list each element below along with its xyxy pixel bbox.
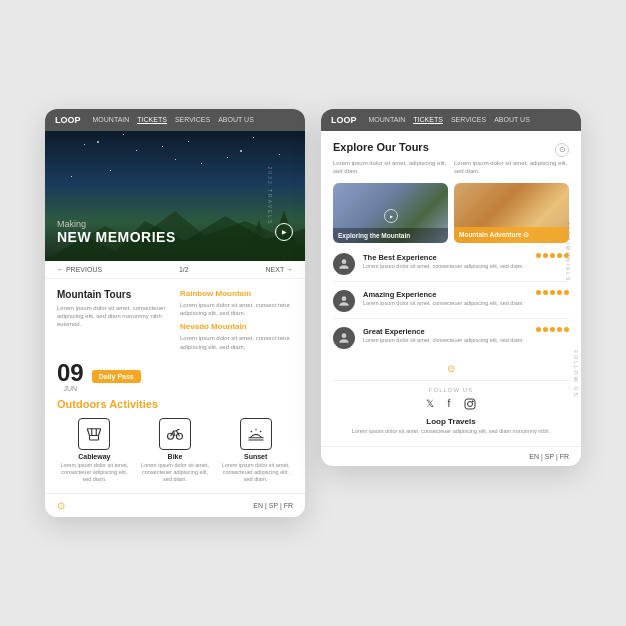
star-3-1 bbox=[536, 327, 541, 332]
bike-svg bbox=[166, 425, 184, 443]
cableway-desc: Lorem ipsum dolor sit amet, consecteuer … bbox=[57, 462, 132, 483]
right-footer: EN | SP | FR bbox=[321, 446, 581, 466]
testimonial-text-1: The Best Experience Lorem ipsum dolor si… bbox=[363, 253, 528, 270]
sunset-icon bbox=[240, 418, 272, 450]
right-nav-mountain[interactable]: MOUNTAIN bbox=[369, 116, 406, 123]
next-button[interactable]: NEXT → bbox=[265, 266, 293, 273]
cableway-svg bbox=[85, 425, 103, 443]
avatar-2 bbox=[333, 290, 355, 312]
activity-sunset: Sunset Lorem ipsum dolor sit amet, conse… bbox=[218, 418, 293, 483]
rainbow-desc: Lorem ipsum dolor sit amet, consect tetu… bbox=[180, 301, 293, 318]
avatar-1 bbox=[333, 253, 355, 275]
page-count: 1/2 bbox=[179, 266, 189, 273]
left-nav: LOOP MOUNTAIN TICKETS SERVICES ABOUT US bbox=[45, 109, 305, 131]
date-number: 09 bbox=[57, 361, 84, 385]
explore-info-left: Lorem ipsum dolor sit amet, adipiscing e… bbox=[333, 159, 448, 176]
outdoors-out: Out bbox=[57, 398, 76, 410]
svg-line-14 bbox=[260, 431, 261, 432]
card-mountain-label: Exploring the Mountain bbox=[333, 228, 448, 243]
right-nav-tickets[interactable]: TICKETS bbox=[413, 116, 443, 124]
right-nav-services[interactable]: SERVICES bbox=[451, 116, 486, 123]
date-block: 09 JUN bbox=[57, 361, 84, 392]
daily-pass-badge[interactable]: Daily Pass bbox=[92, 370, 141, 383]
star-1-2 bbox=[543, 253, 548, 258]
nevado-mountain-link[interactable]: Nevado Mountain bbox=[180, 322, 293, 331]
footer-location-icon: ⊙ bbox=[57, 500, 65, 511]
right-phone-wrapper: LOOP MOUNTAIN TICKETS SERVICES ABOUT US … bbox=[321, 109, 581, 518]
prev-button[interactable]: ← PREVIOUS bbox=[57, 266, 102, 273]
facebook-icon[interactable]: f bbox=[448, 398, 451, 412]
svg-line-13 bbox=[250, 431, 251, 432]
bike-icon bbox=[159, 418, 191, 450]
right-content: Explore Our Tours ⊙ Lorem ipsum dolor si… bbox=[321, 131, 581, 446]
nevado-desc: Lorem ipsum dolor sit amet, consect tetu… bbox=[180, 334, 293, 351]
testimonial-2: Amazing Experience Lorem ipsum dolor sit… bbox=[333, 290, 569, 319]
left-nav-logo: LOOP bbox=[55, 115, 81, 125]
star-3-5 bbox=[564, 327, 569, 332]
left-footer-lang[interactable]: EN | SP | FR bbox=[253, 502, 293, 509]
bike-name: Bike bbox=[168, 453, 183, 460]
testimonial-name-1: The Best Experience bbox=[363, 253, 528, 262]
explore-info-row: Lorem ipsum dolor sit amet, adipiscing e… bbox=[333, 159, 569, 176]
testimonials-vertical-label: TESTIMONIALS bbox=[566, 221, 572, 282]
date-badge-row: 09 JUN Daily Pass bbox=[57, 361, 293, 392]
right-phone: LOOP MOUNTAIN TICKETS SERVICES ABOUT US … bbox=[321, 109, 581, 466]
star-2-3 bbox=[550, 290, 555, 295]
testimonial-desc-3: Lorem ipsum dolor sit amet, consecteuer … bbox=[363, 337, 528, 344]
info-icon[interactable]: ⊙ bbox=[555, 143, 569, 157]
testimonials-section: The Best Experience Lorem ipsum dolor si… bbox=[333, 253, 569, 355]
svg-point-17 bbox=[342, 260, 347, 265]
star-1-4 bbox=[557, 253, 562, 258]
star-2-5 bbox=[564, 290, 569, 295]
testimonial-desc-1: Lorem ipsum dolor sit amet, consecteuer … bbox=[363, 263, 528, 270]
stars-1 bbox=[536, 253, 569, 258]
app-container: LOOP MOUNTAIN TICKETS SERVICES ABOUT US bbox=[25, 89, 601, 538]
right-nav-about[interactable]: ABOUT US bbox=[494, 116, 530, 123]
bike-desc: Lorem ipsum dolor sit amet, consecteuer … bbox=[138, 462, 213, 483]
left-nav-about[interactable]: ABOUT US bbox=[218, 116, 254, 123]
instagram-icon[interactable] bbox=[464, 398, 476, 412]
left-nav-services[interactable]: SERVICES bbox=[175, 116, 210, 123]
card-mountain-play[interactable] bbox=[384, 209, 398, 223]
testimonial-desc-2: Lorem ipsum dolor sit amet, consecteuer … bbox=[363, 300, 528, 307]
testimonial-1: The Best Experience Lorem ipsum dolor si… bbox=[333, 253, 569, 282]
hero-play-button[interactable] bbox=[275, 223, 293, 241]
explore-desc-left: Lorem ipsum dolor sit amet, adipiscing e… bbox=[333, 159, 448, 176]
testimonial-name-3: Great Experience bbox=[363, 327, 528, 336]
hero-title: NEW MEMORIES bbox=[57, 229, 176, 245]
left-nav-mountain[interactable]: MOUNTAIN bbox=[93, 116, 130, 123]
svg-line-10 bbox=[177, 430, 179, 432]
rainbow-mountain-link[interactable]: Rainbow Mountain bbox=[180, 289, 293, 298]
cableway-name: Cableway bbox=[78, 453, 110, 460]
sunset-name: Sunset bbox=[244, 453, 267, 460]
left-nav-tickets[interactable]: TICKETS bbox=[137, 116, 167, 124]
tour-card-mountain[interactable]: Exploring the Mountain bbox=[333, 183, 448, 243]
activities-row: Cableway Lorem ipsum dolor sit amet, con… bbox=[57, 418, 293, 483]
down-arrow: ⊙ bbox=[333, 363, 569, 374]
left-footer: ⊙ EN | SP | FR bbox=[45, 493, 305, 517]
star-1-3 bbox=[550, 253, 555, 258]
mountain-tours-title: Mountain Tours bbox=[57, 289, 170, 300]
left-content: Mountain Tours Lorem ipsum dolor sit ame… bbox=[45, 279, 305, 494]
tour-card-desert[interactable]: Mountain Adventure ⊙ bbox=[454, 183, 569, 243]
testimonial-name-2: Amazing Experience bbox=[363, 290, 528, 299]
svg-rect-5 bbox=[90, 436, 99, 441]
star-3-4 bbox=[557, 327, 562, 332]
cableway-icon bbox=[78, 418, 110, 450]
right-nav-logo: LOOP bbox=[331, 115, 357, 125]
right-footer-lang[interactable]: EN | SP | FR bbox=[529, 453, 569, 460]
twitter-icon[interactable]: 𝕏 bbox=[426, 398, 434, 412]
outdoors-rest: doors Activities bbox=[76, 398, 158, 410]
avatar-icon-1 bbox=[337, 257, 351, 271]
star-1-1 bbox=[536, 253, 541, 258]
explore-header: Explore Our Tours ⊙ bbox=[333, 141, 569, 159]
svg-point-18 bbox=[342, 297, 347, 302]
tours-left: Mountain Tours Lorem ipsum dolor sit ame… bbox=[57, 289, 170, 352]
sunset-svg bbox=[247, 425, 265, 443]
explore-title: Explore Our Tours bbox=[333, 141, 429, 153]
testimonial-3: Great Experience Lorem ipsum dolor sit a… bbox=[333, 327, 569, 355]
stars-2 bbox=[536, 290, 569, 295]
right-nav: LOOP MOUNTAIN TICKETS SERVICES ABOUT US bbox=[321, 109, 581, 131]
star-2-2 bbox=[543, 290, 548, 295]
star-3-2 bbox=[543, 327, 548, 332]
